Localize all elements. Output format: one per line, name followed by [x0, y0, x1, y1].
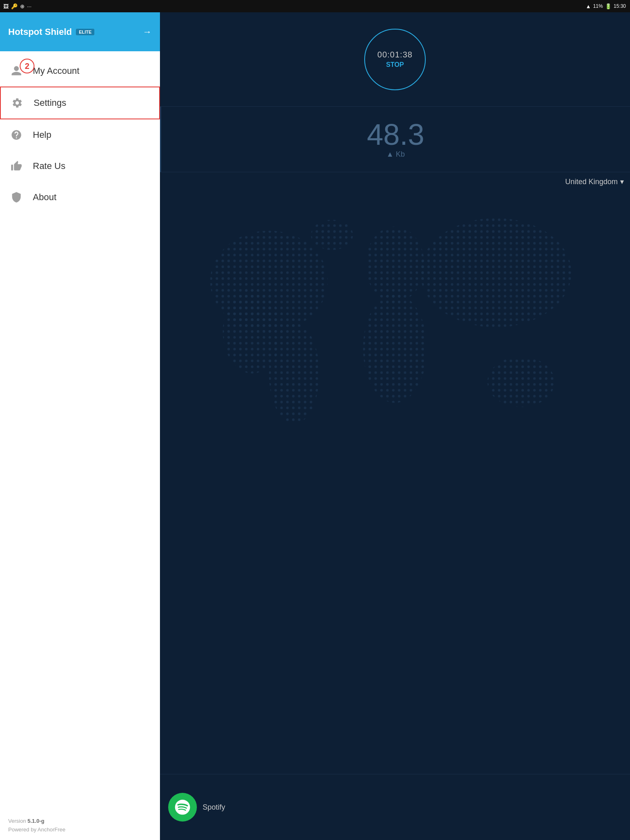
menu-item-help[interactable]: Help: [0, 119, 160, 151]
plus-circle-icon: ⊕: [20, 3, 25, 9]
app-title: Hotspot Shield: [8, 27, 72, 37]
help-icon: [8, 127, 25, 143]
menu-item-my-account[interactable]: My Account 2: [0, 55, 160, 87]
dots-icon: ···: [27, 3, 32, 9]
rate-us-label: Rate Us: [33, 161, 65, 171]
thumbs-up-icon: [8, 158, 25, 174]
menu-item-rate-us[interactable]: Rate Us: [0, 151, 160, 182]
drawer: Hotspot Shield ELITE → My Account 2 Sett…: [0, 12, 160, 420]
my-account-label: My Account: [33, 66, 80, 76]
speed-section: 48.3 ▲ Kb: [160, 107, 384, 172]
help-label: Help: [33, 130, 51, 140]
settings-label: Settings: [34, 98, 66, 108]
map-section: United Kingdom ▾: [160, 172, 384, 420]
drawer-menu: My Account 2 Settings Help: [0, 51, 160, 420]
svg-point-3: [269, 323, 320, 420]
world-map: [168, 189, 384, 420]
menu-item-about[interactable]: About: [0, 182, 160, 213]
speed-value: 48.3: [367, 120, 384, 149]
shield-icon: [8, 189, 25, 205]
image-icon: 🖼: [3, 3, 9, 9]
main-content: 00:01:38 STOP 48.3 ▲ Kb United Kingdom ▾: [160, 12, 384, 420]
about-label: About: [33, 192, 57, 203]
svg-point-8: [311, 220, 353, 250]
elite-badge: ELITE: [76, 29, 94, 35]
drawer-arrow[interactable]: →: [143, 27, 152, 37]
account-badge: 2: [20, 59, 34, 73]
status-bar: 🖼 🔑 ⊕ ··· ▲ 11% 🔋 15:30: [0, 0, 384, 12]
key-icon: 🔑: [11, 3, 18, 9]
status-icons-left: 🖼 🔑 ⊕ ···: [3, 3, 32, 9]
drawer-title: Hotspot Shield ELITE: [8, 27, 94, 37]
menu-item-settings[interactable]: Settings: [0, 87, 160, 119]
svg-point-4: [365, 226, 384, 302]
gear-icon: [9, 95, 25, 111]
timer-time: 00:01:38: [377, 50, 384, 59]
timer-circle[interactable]: 00:01:38 STOP: [364, 29, 384, 90]
drawer-header: Hotspot Shield ELITE →: [0, 12, 160, 51]
svg-point-5: [363, 294, 384, 403]
speed-unit: ▲ Kb: [367, 150, 384, 159]
speed-container: 48.3 ▲ Kb: [367, 120, 384, 159]
timer-section: 00:01:38 STOP: [160, 12, 384, 107]
